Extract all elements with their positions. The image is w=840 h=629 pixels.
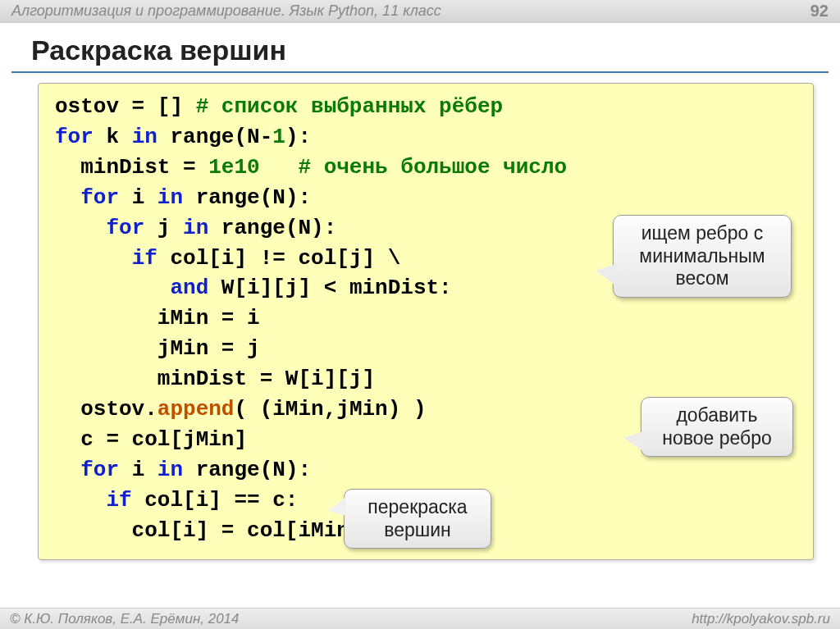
copyright: © К.Ю. Поляков, Е.А. Ерёмин, 2014 [10, 611, 240, 627]
code-line: minDist = 1e10 # очень большое число [55, 153, 797, 183]
callout-text: ищем ребро с минимальным весом [639, 222, 765, 289]
callout-tail [623, 431, 643, 451]
website: http://kpolyakov.spb.ru [692, 611, 830, 627]
page-number: 92 [810, 2, 829, 21]
callout-add-edge: добавить новое ребро [641, 397, 793, 457]
code-line: minDist = W[i][j] [55, 364, 797, 394]
callout-min-edge: ищем ребро с минимальным весом [613, 215, 792, 298]
code-line: for i in range(N): [55, 455, 797, 485]
callout-text: добавить новое ребро [662, 404, 772, 449]
title-underline [11, 71, 829, 73]
callout-tail [328, 496, 346, 516]
code-line: for k in range(N-1): [55, 122, 797, 153]
slide-header: Алгоритмизация и программирование. Язык … [0, 0, 840, 23]
code-line: jMin = j [55, 334, 797, 364]
subject-label: Алгоритмизация и программирование. Язык … [11, 2, 441, 20]
code-line: for i in range(N): [55, 183, 797, 213]
slide-footer: © К.Ю. Поляков, Е.А. Ерёмин, 2014 http:/… [0, 608, 840, 629]
code-line: ostov = [] # список выбранных рёбер [55, 92, 797, 122]
code-line: iMin = i [55, 303, 797, 334]
callout-text: перекраска вершин [368, 496, 467, 540]
callout-tail [596, 264, 615, 285]
callout-recolor: перекраска вершин [344, 489, 491, 549]
slide-title: Раскраска вершин [0, 23, 840, 71]
code-block: ostov = [] # список выбранных рёбер for … [38, 83, 814, 560]
